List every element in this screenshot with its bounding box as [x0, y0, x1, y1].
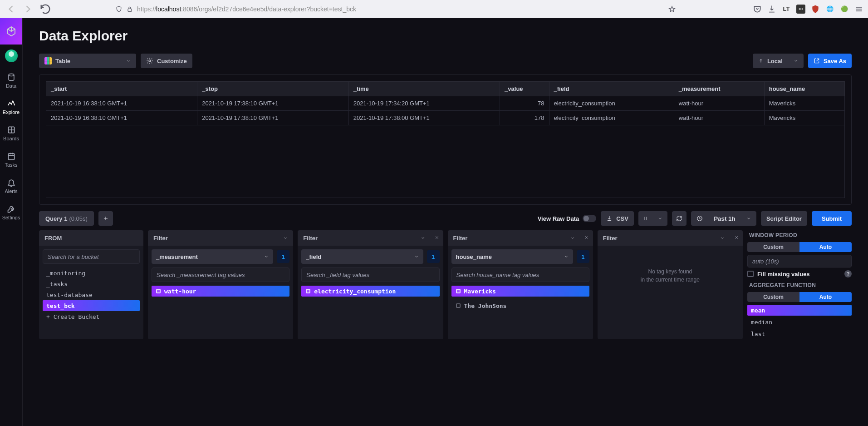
sidebar-item-settings[interactable]: Settings	[0, 199, 22, 225]
refresh-control[interactable]	[638, 211, 667, 226]
sidebar-item-tasks[interactable]: Tasks	[0, 146, 22, 173]
star-icon[interactable]	[668, 5, 676, 13]
aggregate-function-segment[interactable]: Custom Auto	[747, 292, 852, 302]
bucket-item[interactable]: + Create Bucket	[43, 311, 140, 322]
tag-key-dropdown[interactable]: _measurement	[152, 249, 273, 264]
nav-back-button[interactable]	[5, 3, 17, 15]
filter-type-dropdown[interactable]: Filter	[298, 230, 430, 246]
database-icon	[7, 73, 16, 82]
svg-rect-0	[128, 9, 132, 11]
sidebar-item-explore[interactable]: Explore	[0, 94, 22, 120]
tag-key-dropdown[interactable]: _field	[301, 249, 423, 264]
tag-value-item[interactable]: watt-hour	[152, 286, 289, 297]
shield-icon	[115, 5, 123, 13]
bucket-item[interactable]: _monitoring	[43, 267, 140, 278]
fill-missing-row[interactable]: Fill missing values ?	[747, 270, 852, 277]
pause-button[interactable]	[638, 211, 653, 226]
tag-search-input[interactable]: Search house_name tag values	[451, 267, 589, 282]
ext1-icon[interactable]: LT	[782, 5, 791, 14]
filter-type-dropdown[interactable]: Filter	[148, 230, 293, 246]
table-header[interactable]: _stop	[197, 82, 348, 96]
nav-reload-button[interactable]	[39, 3, 52, 15]
filter-type-dropdown[interactable]: Filter	[448, 230, 580, 246]
table-header[interactable]: _field	[549, 82, 674, 96]
ext2-icon[interactable]: •••	[796, 5, 805, 14]
table-row: 2021-10-19 16:38:10 GMT+12021-10-19 17:3…	[46, 111, 845, 125]
count-badge: 1	[577, 250, 589, 263]
tag-search-input[interactable]: Search _field tag values	[301, 267, 439, 282]
url-text: https://localhost:8086/orgs/ef2d27dce6e4…	[137, 5, 665, 13]
data-table-panel: _start_stop_time_value_field_measurement…	[39, 74, 852, 205]
aggregate-function-item[interactable]: mean	[747, 305, 852, 316]
tag-key-dropdown[interactable]: house_name	[451, 249, 573, 264]
menu-icon[interactable]	[854, 5, 863, 14]
svg-point-1	[9, 74, 14, 76]
seg-custom[interactable]: Custom	[747, 292, 799, 302]
tag-value-item[interactable]: Mavericks	[451, 286, 589, 297]
app-logo[interactable]	[0, 18, 22, 45]
close-icon[interactable]	[580, 235, 593, 242]
download-icon[interactable]	[767, 5, 776, 14]
raw-data-toggle[interactable]: View Raw Data	[538, 215, 597, 222]
aggregate-function-item[interactable]: median	[747, 317, 852, 327]
sidebar-label: Explore	[3, 109, 20, 115]
script-editor-button[interactable]: Script Editor	[761, 211, 807, 226]
filter-panel: Filter_field1Search _field tag valuesele…	[298, 230, 443, 339]
csv-button[interactable]: CSV	[601, 211, 634, 226]
table-header[interactable]: _measurement	[674, 82, 764, 96]
seg-auto[interactable]: Auto	[799, 242, 852, 252]
submit-button[interactable]: Submit	[812, 211, 852, 226]
bucket-item[interactable]: test_bck	[43, 300, 140, 311]
bucket-search-input[interactable]: Search for a bucket	[43, 249, 140, 264]
filter-type-dropdown[interactable]: Filter	[598, 230, 730, 246]
aggregate-function-title: AGGREGATE FUNCTION	[747, 280, 852, 289]
browser-toolbar: https://localhost:8086/orgs/ef2d27dce6e4…	[0, 0, 868, 18]
table-row: 2021-10-19 16:38:10 GMT+12021-10-19 17:3…	[46, 96, 845, 111]
pocket-icon[interactable]	[753, 5, 762, 14]
idm-icon[interactable]: 🟢	[840, 5, 849, 14]
tag-search-input[interactable]: Search _measurement tag values	[152, 267, 289, 282]
arrow-up-icon	[758, 58, 764, 64]
query-tab-name: Query 1	[45, 215, 67, 222]
table-cell: 78	[500, 96, 549, 111]
table-header[interactable]: house_name	[764, 82, 844, 96]
download-icon	[606, 215, 613, 222]
bucket-item[interactable]: test-database	[43, 289, 140, 300]
window-period-segment[interactable]: Custom Auto	[747, 242, 852, 252]
add-query-button[interactable]	[98, 211, 113, 226]
user-avatar[interactable]	[0, 45, 22, 67]
table-header[interactable]: _start	[46, 82, 197, 96]
table-header[interactable]: _value	[500, 82, 549, 96]
customize-button[interactable]: Customize	[141, 54, 192, 68]
sidebar-label: Data	[6, 83, 16, 89]
boards-icon	[7, 125, 16, 134]
seg-custom[interactable]: Custom	[747, 242, 799, 252]
ublock-icon[interactable]	[811, 5, 820, 14]
bucket-item[interactable]: _tasks	[43, 278, 140, 289]
time-range-dropdown[interactable]: Past 1h	[691, 211, 756, 226]
query-tab[interactable]: Query 1 (0.05s)	[39, 211, 94, 226]
sidebar-item-alerts[interactable]: Alerts	[0, 173, 22, 199]
table-header[interactable]: _time	[348, 82, 500, 96]
aggregate-function-item[interactable]: last	[747, 328, 852, 339]
save-as-button[interactable]: Save As	[808, 54, 852, 68]
close-icon[interactable]	[730, 235, 743, 242]
refresh-button[interactable]	[672, 211, 687, 226]
seg-auto[interactable]: Auto	[799, 292, 852, 302]
sidebar-item-boards[interactable]: Boards	[0, 120, 22, 146]
tag-value-item[interactable]: electricity_consumption	[301, 286, 439, 297]
close-icon[interactable]	[431, 235, 443, 242]
nav-forward-button[interactable]	[22, 3, 34, 15]
view-type-dropdown[interactable]: Table	[39, 54, 136, 68]
fill-missing-label: Fill missing values	[757, 271, 810, 277]
tag-value-item[interactable]: The JohnSons	[451, 300, 589, 311]
refresh-interval-dropdown[interactable]	[653, 211, 667, 226]
table-cell: electricity_consumption	[549, 111, 674, 125]
sidebar-item-data[interactable]: Data	[0, 67, 22, 94]
help-icon[interactable]: ?	[844, 270, 852, 277]
url-bar[interactable]: https://localhost:8086/orgs/ef2d27dce6e4…	[111, 2, 680, 16]
timezone-dropdown[interactable]: Local	[753, 54, 804, 68]
calendar-icon	[7, 152, 16, 161]
svg-rect-3	[8, 154, 14, 159]
ext3-icon[interactable]: 🌐	[825, 5, 834, 14]
